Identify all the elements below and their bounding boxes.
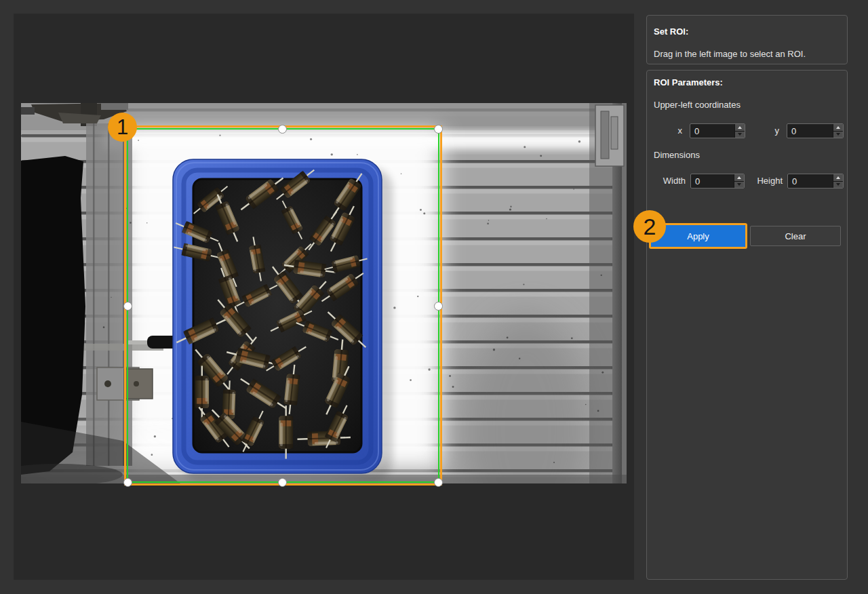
y-input[interactable]	[787, 124, 833, 138]
dimensions-label: Dimensions	[654, 150, 700, 160]
x-spinbox	[690, 123, 745, 138]
height-label: Height	[752, 176, 783, 186]
step-2-badge: 2	[633, 210, 666, 243]
width-input[interactable]	[691, 174, 734, 188]
height-spin-up-icon[interactable]	[833, 174, 843, 181]
x-input[interactable]	[690, 124, 734, 138]
roi-parameters-panel: ROI Parameters: Upper-left coordinates x…	[646, 70, 848, 580]
width-label: Width	[652, 176, 686, 186]
width-spin-up-icon[interactable]	[734, 174, 744, 181]
roi-tool-window: 1 Set ROI: Drag in the left image to sel…	[0, 0, 868, 594]
step-1-label: 1	[117, 115, 128, 140]
x-spin-down-icon[interactable]	[735, 131, 745, 138]
upper-left-coordinates-label: Upper-left coordinates	[654, 100, 741, 110]
x-spin-up-icon[interactable]	[735, 124, 745, 131]
width-spinbox	[690, 174, 745, 189]
height-spin-down-icon[interactable]	[833, 181, 843, 189]
roi-handle-bottom-left[interactable]	[123, 478, 132, 487]
height-input[interactable]	[788, 174, 833, 188]
y-spinbox	[787, 123, 844, 138]
clear-button[interactable]: Clear	[750, 226, 841, 246]
roi-handle-middle-right[interactable]	[434, 302, 443, 311]
roi-handle-bottom-center[interactable]	[278, 478, 287, 487]
roi-parameters-title: ROI Parameters:	[654, 77, 723, 87]
roi-selection-inner[interactable]	[127, 128, 439, 483]
height-spinbox	[787, 174, 844, 189]
roi-handle-top-center[interactable]	[278, 125, 287, 134]
set-roi-title: Set ROI:	[654, 26, 688, 37]
roi-handle-bottom-right[interactable]	[434, 478, 443, 487]
y-spin-up-icon[interactable]	[833, 124, 843, 131]
set-roi-panel: Set ROI: Drag in the left image to selec…	[646, 15, 848, 64]
step-2-label: 2	[644, 214, 656, 240]
step-1-badge: 1	[108, 113, 137, 142]
width-spin-down-icon[interactable]	[734, 181, 744, 189]
roi-handle-top-right[interactable]	[434, 125, 443, 134]
y-label: y	[759, 125, 779, 136]
y-spin-down-icon[interactable]	[833, 131, 843, 138]
x-label: x	[662, 125, 682, 136]
roi-handle-middle-left[interactable]	[123, 302, 132, 311]
rail-latch-block	[595, 105, 624, 166]
set-roi-instruction: Drag in the left image to select an ROI.	[654, 49, 806, 59]
